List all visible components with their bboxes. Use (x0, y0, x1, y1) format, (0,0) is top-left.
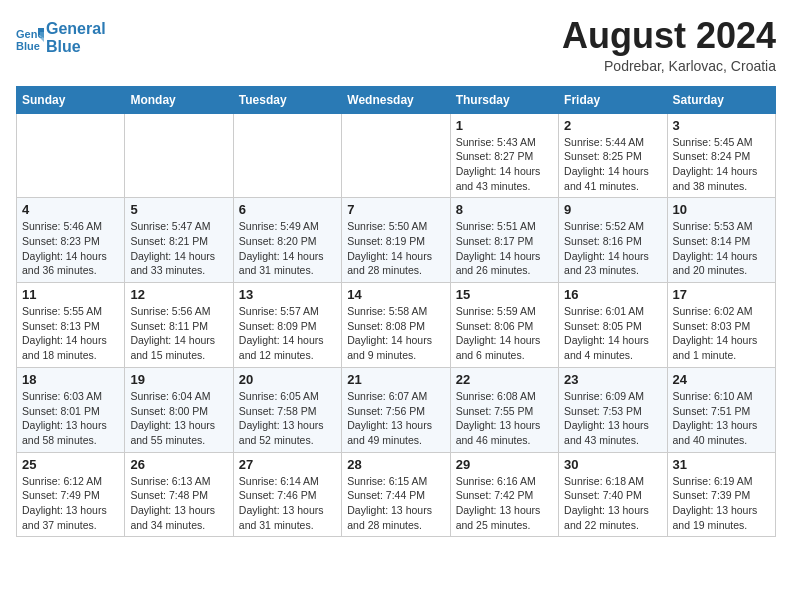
day-info: Sunrise: 6:14 AM Sunset: 7:46 PM Dayligh… (239, 474, 336, 533)
day-number: 1 (456, 118, 553, 133)
day-info: Sunrise: 5:55 AM Sunset: 8:13 PM Dayligh… (22, 304, 119, 363)
weekday-header: Saturday (667, 86, 775, 113)
logo: General Blue General Blue (16, 20, 106, 55)
calendar-cell (233, 113, 341, 198)
weekday-header: Sunday (17, 86, 125, 113)
day-number: 29 (456, 457, 553, 472)
page-header: General Blue General Blue August 2024 Po… (16, 16, 776, 74)
day-number: 23 (564, 372, 661, 387)
calendar-cell: 4Sunrise: 5:46 AM Sunset: 8:23 PM Daylig… (17, 198, 125, 283)
calendar-cell: 26Sunrise: 6:13 AM Sunset: 7:48 PM Dayli… (125, 452, 233, 537)
day-number: 3 (673, 118, 770, 133)
day-info: Sunrise: 6:09 AM Sunset: 7:53 PM Dayligh… (564, 389, 661, 448)
calendar-week-row: 11Sunrise: 5:55 AM Sunset: 8:13 PM Dayli… (17, 283, 776, 368)
day-number: 20 (239, 372, 336, 387)
calendar-cell: 22Sunrise: 6:08 AM Sunset: 7:55 PM Dayli… (450, 367, 558, 452)
calendar-cell: 10Sunrise: 5:53 AM Sunset: 8:14 PM Dayli… (667, 198, 775, 283)
day-number: 22 (456, 372, 553, 387)
day-number: 15 (456, 287, 553, 302)
calendar-cell: 30Sunrise: 6:18 AM Sunset: 7:40 PM Dayli… (559, 452, 667, 537)
day-info: Sunrise: 5:57 AM Sunset: 8:09 PM Dayligh… (239, 304, 336, 363)
calendar-cell: 11Sunrise: 5:55 AM Sunset: 8:13 PM Dayli… (17, 283, 125, 368)
day-info: Sunrise: 5:53 AM Sunset: 8:14 PM Dayligh… (673, 219, 770, 278)
day-number: 31 (673, 457, 770, 472)
calendar-week-row: 1Sunrise: 5:43 AM Sunset: 8:27 PM Daylig… (17, 113, 776, 198)
calendar-cell: 13Sunrise: 5:57 AM Sunset: 8:09 PM Dayli… (233, 283, 341, 368)
day-info: Sunrise: 6:07 AM Sunset: 7:56 PM Dayligh… (347, 389, 444, 448)
weekday-header: Monday (125, 86, 233, 113)
day-info: Sunrise: 5:56 AM Sunset: 8:11 PM Dayligh… (130, 304, 227, 363)
day-number: 30 (564, 457, 661, 472)
day-info: Sunrise: 5:49 AM Sunset: 8:20 PM Dayligh… (239, 219, 336, 278)
logo-line1: General (46, 20, 106, 38)
day-info: Sunrise: 5:59 AM Sunset: 8:06 PM Dayligh… (456, 304, 553, 363)
day-number: 19 (130, 372, 227, 387)
day-info: Sunrise: 6:03 AM Sunset: 8:01 PM Dayligh… (22, 389, 119, 448)
day-number: 27 (239, 457, 336, 472)
weekday-header: Wednesday (342, 86, 450, 113)
calendar-cell: 18Sunrise: 6:03 AM Sunset: 8:01 PM Dayli… (17, 367, 125, 452)
weekday-header-row: SundayMondayTuesdayWednesdayThursdayFrid… (17, 86, 776, 113)
day-number: 10 (673, 202, 770, 217)
calendar-cell: 25Sunrise: 6:12 AM Sunset: 7:49 PM Dayli… (17, 452, 125, 537)
day-number: 12 (130, 287, 227, 302)
location: Podrebar, Karlovac, Croatia (562, 58, 776, 74)
day-info: Sunrise: 6:08 AM Sunset: 7:55 PM Dayligh… (456, 389, 553, 448)
day-info: Sunrise: 5:44 AM Sunset: 8:25 PM Dayligh… (564, 135, 661, 194)
day-info: Sunrise: 6:12 AM Sunset: 7:49 PM Dayligh… (22, 474, 119, 533)
day-number: 18 (22, 372, 119, 387)
calendar-cell: 12Sunrise: 5:56 AM Sunset: 8:11 PM Dayli… (125, 283, 233, 368)
calendar-week-row: 25Sunrise: 6:12 AM Sunset: 7:49 PM Dayli… (17, 452, 776, 537)
day-info: Sunrise: 5:52 AM Sunset: 8:16 PM Dayligh… (564, 219, 661, 278)
calendar-cell: 1Sunrise: 5:43 AM Sunset: 8:27 PM Daylig… (450, 113, 558, 198)
calendar-cell: 19Sunrise: 6:04 AM Sunset: 8:00 PM Dayli… (125, 367, 233, 452)
day-info: Sunrise: 6:04 AM Sunset: 8:00 PM Dayligh… (130, 389, 227, 448)
logo-icon: General Blue (16, 24, 44, 52)
calendar-cell: 21Sunrise: 6:07 AM Sunset: 7:56 PM Dayli… (342, 367, 450, 452)
day-info: Sunrise: 6:01 AM Sunset: 8:05 PM Dayligh… (564, 304, 661, 363)
day-info: Sunrise: 6:02 AM Sunset: 8:03 PM Dayligh… (673, 304, 770, 363)
calendar-cell: 14Sunrise: 5:58 AM Sunset: 8:08 PM Dayli… (342, 283, 450, 368)
calendar-cell: 24Sunrise: 6:10 AM Sunset: 7:51 PM Dayli… (667, 367, 775, 452)
svg-text:Blue: Blue (16, 40, 40, 52)
calendar-cell: 5Sunrise: 5:47 AM Sunset: 8:21 PM Daylig… (125, 198, 233, 283)
day-info: Sunrise: 5:58 AM Sunset: 8:08 PM Dayligh… (347, 304, 444, 363)
title-section: August 2024 Podrebar, Karlovac, Croatia (562, 16, 776, 74)
svg-marker-3 (40, 32, 44, 42)
day-info: Sunrise: 6:10 AM Sunset: 7:51 PM Dayligh… (673, 389, 770, 448)
day-number: 2 (564, 118, 661, 133)
calendar-cell: 8Sunrise: 5:51 AM Sunset: 8:17 PM Daylig… (450, 198, 558, 283)
calendar-cell: 31Sunrise: 6:19 AM Sunset: 7:39 PM Dayli… (667, 452, 775, 537)
day-number: 11 (22, 287, 119, 302)
day-info: Sunrise: 5:51 AM Sunset: 8:17 PM Dayligh… (456, 219, 553, 278)
calendar-cell: 15Sunrise: 5:59 AM Sunset: 8:06 PM Dayli… (450, 283, 558, 368)
logo-line2: Blue (46, 38, 106, 56)
calendar-cell: 3Sunrise: 5:45 AM Sunset: 8:24 PM Daylig… (667, 113, 775, 198)
day-info: Sunrise: 6:13 AM Sunset: 7:48 PM Dayligh… (130, 474, 227, 533)
day-number: 26 (130, 457, 227, 472)
weekday-header: Tuesday (233, 86, 341, 113)
calendar-cell: 20Sunrise: 6:05 AM Sunset: 7:58 PM Dayli… (233, 367, 341, 452)
calendar-cell: 6Sunrise: 5:49 AM Sunset: 8:20 PM Daylig… (233, 198, 341, 283)
day-number: 16 (564, 287, 661, 302)
calendar-cell: 28Sunrise: 6:15 AM Sunset: 7:44 PM Dayli… (342, 452, 450, 537)
day-number: 6 (239, 202, 336, 217)
day-info: Sunrise: 6:16 AM Sunset: 7:42 PM Dayligh… (456, 474, 553, 533)
day-number: 24 (673, 372, 770, 387)
calendar-cell: 2Sunrise: 5:44 AM Sunset: 8:25 PM Daylig… (559, 113, 667, 198)
month-year: August 2024 (562, 16, 776, 56)
day-number: 7 (347, 202, 444, 217)
day-info: Sunrise: 5:46 AM Sunset: 8:23 PM Dayligh… (22, 219, 119, 278)
day-number: 25 (22, 457, 119, 472)
day-number: 21 (347, 372, 444, 387)
calendar-cell: 17Sunrise: 6:02 AM Sunset: 8:03 PM Dayli… (667, 283, 775, 368)
day-number: 5 (130, 202, 227, 217)
calendar-table: SundayMondayTuesdayWednesdayThursdayFrid… (16, 86, 776, 538)
day-number: 9 (564, 202, 661, 217)
day-number: 14 (347, 287, 444, 302)
day-info: Sunrise: 5:50 AM Sunset: 8:19 PM Dayligh… (347, 219, 444, 278)
day-info: Sunrise: 6:18 AM Sunset: 7:40 PM Dayligh… (564, 474, 661, 533)
day-number: 13 (239, 287, 336, 302)
weekday-header: Thursday (450, 86, 558, 113)
calendar-cell (125, 113, 233, 198)
